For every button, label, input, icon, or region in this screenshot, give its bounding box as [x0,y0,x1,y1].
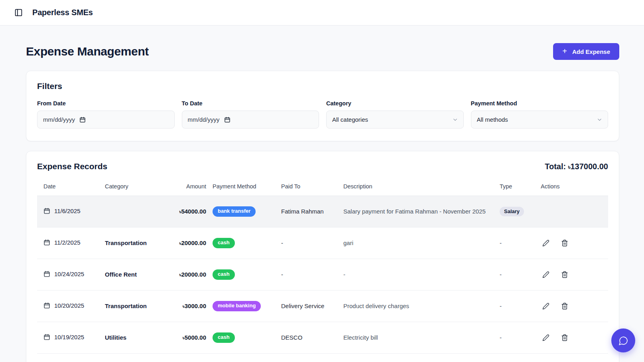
type-badge: Salary [500,207,524,216]
from-date-field: From Date mm/dd/yyyy [37,100,175,129]
topbar: Paperless SMEs [0,0,644,26]
row-date: 11/2/2025 [54,239,81,246]
edit-button[interactable] [541,269,551,280]
row-amount: ৳20000.00 [177,227,213,259]
row-category: Utilities [105,322,177,353]
edit-button[interactable] [541,332,551,343]
row-type: - [500,322,541,353]
plus-icon: + [562,47,567,55]
to-date-field: To Date mm/dd/yyyy [182,100,319,129]
from-date-label: From Date [37,100,175,107]
calendar-icon [43,208,50,214]
table-row: 10/20/2025 Transportation ৳3000.00 mobil… [37,290,608,322]
row-type: - [500,227,541,259]
row-paid-to: - [281,227,343,259]
row-date: 10/19/2025 [54,334,84,340]
payment-method-select[interactable]: All methods [471,111,609,129]
row-category: Transportation [105,227,177,259]
sidebar-toggle-button[interactable] [14,8,24,18]
delete-button[interactable] [559,332,570,343]
pencil-icon [542,271,549,278]
pencil-icon [542,303,549,310]
table-row: 11/2/2025 Transportation ৳20000.00 cash … [37,227,608,259]
row-actions [541,196,608,227]
chat-bubble-icon [618,336,628,346]
category-select[interactable]: All categories [326,111,464,129]
payment-method-badge: cash [213,332,235,343]
row-description: Product delivery charges [343,290,500,322]
col-paid-to: Paid To [281,180,343,196]
add-expense-label: Add Expense [572,48,610,55]
col-category: Category [105,180,177,196]
trash-icon [561,271,568,278]
delete-button[interactable] [559,238,570,248]
add-expense-button[interactable]: + Add Expense [553,43,619,60]
payment-method-field: Payment Method All methods [471,100,609,129]
col-date: Date [37,180,105,196]
table-header-row: Date Category Amount Payment Method Paid… [37,180,608,196]
payment-method-badge: cash [213,269,235,280]
chat-button[interactable] [611,328,635,352]
row-description: - [343,259,500,290]
row-description: gari [343,227,500,259]
col-payment-method: Payment Method [213,180,281,196]
main-content: Expense Management + Add Expense Filters… [0,26,644,362]
from-date-input[interactable]: mm/dd/yyyy [37,111,175,129]
payment-method-badge: cash [213,238,235,248]
payment-method-badge: bank transfer [213,206,256,217]
edit-button[interactable] [541,301,551,311]
calendar-icon[interactable] [224,117,230,123]
delete-button[interactable] [559,269,570,280]
calendar-icon[interactable] [79,117,86,123]
expense-records-card: Expense Records Total: ৳137000.00 Date C… [26,151,619,362]
panel-left-icon [14,8,23,17]
calendar-icon [43,302,50,309]
pencil-icon [542,334,549,341]
records-heading: Expense Records [37,162,107,171]
table-row: 10/24/2025 Office Rent ৳20000.00 cash - … [37,259,608,290]
trash-icon [561,334,568,341]
pencil-icon [542,239,549,247]
row-amount: ৳20000.00 [177,259,213,290]
row-type: - [500,259,541,290]
category-label: Category [326,100,464,107]
table-row: 10/19/2025 Utilities ৳5000.00 cash DESCO… [37,322,608,353]
col-actions: Actions [541,180,608,196]
row-paid-to: DESCO [281,322,343,353]
col-description: Description [343,180,500,196]
payment-method-badge: mobile banking [213,301,261,311]
records-header: Expense Records Total: ৳137000.00 [37,162,608,171]
payment-method-label: Payment Method [471,100,609,107]
row-description: Salary payment for Fatima Rahman - Novem… [343,196,500,227]
edit-button[interactable] [541,238,551,248]
calendar-icon [43,334,50,340]
trash-icon [561,303,568,310]
filters-heading: Filters [37,81,608,91]
to-date-placeholder: mm/dd/yyyy [188,116,220,123]
expense-table: Date Category Amount Payment Method Paid… [37,180,608,354]
row-amount: ৳3000.00 [177,290,213,322]
row-actions [541,227,608,259]
row-date: 10/20/2025 [54,302,84,309]
calendar-icon [43,239,50,246]
delete-button[interactable] [559,301,570,311]
row-paid-to: Delivery Service [281,290,343,322]
row-actions [541,259,608,290]
row-type: - [500,290,541,322]
row-amount: ৳54000.00 [177,196,213,227]
page-title: Expense Management [26,45,149,58]
row-category: Office Rent [105,259,177,290]
row-paid-to: Fatima Rahman [281,196,343,227]
category-field: Category All categories [326,100,464,129]
col-type: Type [500,180,541,196]
to-date-label: To Date [182,100,319,107]
col-amount: Amount [177,180,213,196]
row-amount: ৳5000.00 [177,322,213,353]
filters-card: Filters From Date mm/dd/yyyy To Date mm/… [26,71,619,141]
to-date-input[interactable]: mm/dd/yyyy [182,111,319,129]
row-category: Transportation [105,290,177,322]
trash-icon [561,239,568,247]
from-date-placeholder: mm/dd/yyyy [43,116,75,123]
app-brand: Paperless SMEs [32,8,93,17]
row-paid-to: - [281,259,343,290]
